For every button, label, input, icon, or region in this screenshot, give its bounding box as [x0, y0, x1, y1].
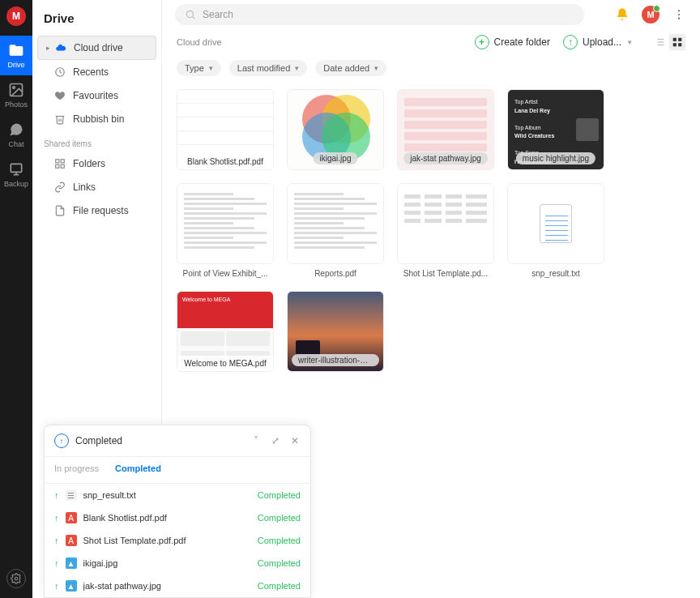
svg-rect-23	[678, 38, 681, 41]
svg-rect-7	[56, 160, 59, 163]
upload-button[interactable]: ↑ Upload... ▾	[563, 35, 632, 49]
upload-arrow-icon: ↑	[54, 513, 59, 523]
upload-arrow-icon: ↑	[54, 581, 59, 591]
rail-item-drive[interactable]: Drive	[0, 36, 32, 75]
svg-rect-25	[678, 43, 681, 46]
recents-icon	[53, 66, 66, 79]
sidebar-item-recents[interactable]: Recents	[37, 61, 156, 83]
transfer-status: Completed	[258, 581, 301, 591]
transfer-status: Completed	[258, 536, 301, 545]
sidebar-item-links[interactable]: Links	[37, 176, 156, 199]
mega-logo[interactable]: M	[6, 6, 26, 26]
file-card[interactable]: Blank Shotlist.pdf.pdf	[177, 89, 274, 170]
svg-rect-10	[61, 164, 64, 168]
file-card[interactable]: Welcome to MEGAWelcome to MEGA.pdf	[177, 291, 274, 372]
filetype-icon: A	[66, 535, 77, 546]
transfer-filename: ikigai.jpg	[83, 558, 251, 568]
transfer-tabs: In progress Completed	[45, 457, 310, 484]
transfer-row[interactable]: ↑▲ikigai.jpgCompleted	[45, 552, 310, 575]
chevron-down-icon: ▾	[209, 64, 213, 72]
file-grid: Blank Shotlist.pdf.pdfikigai.jpgjak-stat…	[162, 86, 700, 387]
svg-rect-22	[673, 38, 677, 41]
filter-chip-date-added[interactable]: Date added▾	[315, 60, 386, 76]
transfer-status: Completed	[258, 513, 301, 523]
search-placeholder: Search	[203, 9, 233, 20]
page-title: Drive	[32, 0, 161, 35]
transfer-panel-title: Completed	[75, 435, 122, 446]
create-folder-button[interactable]: + Create folder	[475, 35, 550, 49]
transfer-status: Completed	[258, 490, 301, 500]
svg-point-5	[15, 577, 18, 580]
user-avatar[interactable]: M	[642, 6, 659, 23]
file-name: Shot List Template.pd...	[397, 269, 494, 278]
close-button[interactable]: ✕	[289, 435, 301, 446]
file-name: Point of View Exhibit_...	[177, 269, 274, 278]
svg-rect-9	[56, 164, 59, 168]
chevron-down-icon: ▾	[628, 38, 632, 46]
file-thumbnail	[287, 183, 384, 264]
file-card[interactable]: ikigai.jpg	[287, 89, 384, 170]
upload-icon: ↑	[563, 35, 578, 49]
rail-item-chat[interactable]: Chat	[0, 115, 32, 155]
grid-view-button[interactable]	[669, 34, 685, 50]
popout-button[interactable]: ⤢	[270, 435, 281, 446]
transfer-row[interactable]: ↑▲jak-stat pathway.jpgCompleted	[45, 575, 310, 597]
transfer-row[interactable]: ↑AShot List Template.pdf.pdfCompleted	[45, 529, 310, 552]
file-card[interactable]: snp_result.txt	[507, 183, 604, 278]
upload-circle-icon: ↑	[54, 434, 69, 448]
file-name: ikigai.jpg	[314, 152, 358, 164]
transfer-row[interactable]: ↑☰snp_result.txtCompleted	[45, 484, 310, 506]
filetype-icon: ☰	[66, 489, 77, 501]
file-thumbnail: jak-stat pathway.jpg	[397, 89, 494, 170]
rail-item-photos[interactable]: Photos	[0, 75, 32, 115]
folders-icon	[53, 157, 66, 170]
search-input[interactable]: Search	[175, 4, 584, 25]
filter-chip-type[interactable]: Type▾	[177, 60, 221, 76]
filter-chip-last-modified[interactable]: Last modified▾	[229, 60, 307, 76]
notifications-bell-icon[interactable]	[614, 6, 630, 23]
rubbish-icon	[53, 113, 66, 126]
file-card[interactable]: Point of View Exhibit_...	[177, 183, 274, 278]
sidebar-item-cloud[interactable]: ▸Cloud drive	[37, 36, 156, 60]
file-thumbnail: Welcome to MEGAWelcome to MEGA.pdf	[177, 291, 274, 372]
transfer-panel: ↑ Completed ˅ ⤢ ✕ In progress Completed …	[44, 425, 311, 598]
filetype-icon: ▲	[66, 580, 77, 592]
sidebar-section-shared: Shared items	[32, 131, 161, 152]
svg-rect-2	[11, 164, 21, 172]
sidebar-item-filereq[interactable]: File requests	[37, 199, 156, 222]
cloud-icon	[54, 41, 67, 54]
topbar: Search M	[162, 0, 700, 29]
file-card[interactable]: writer-illustration-mid...	[287, 291, 384, 372]
file-thumbnail: Blank Shotlist.pdf.pdf	[177, 89, 274, 170]
breadcrumb[interactable]: Cloud drive	[177, 37, 222, 47]
tab-completed[interactable]: Completed	[115, 463, 161, 476]
file-thumbnail: ikigai.jpg	[287, 89, 384, 170]
svg-rect-8	[61, 160, 64, 163]
file-thumbnail	[397, 183, 494, 264]
chat-icon	[8, 122, 24, 138]
list-view-button[interactable]	[651, 34, 668, 50]
file-card[interactable]: Reports.pdf	[287, 183, 384, 278]
transfer-rows: ↑☰snp_result.txtCompleted↑ABlank Shotlis…	[45, 484, 310, 597]
svg-point-15	[678, 18, 680, 19]
svg-line-12	[193, 17, 195, 19]
svg-point-11	[186, 11, 193, 17]
transfer-filename: Blank Shotlist.pdf.pdf	[83, 513, 251, 523]
sidebar-item-favourites[interactable]: Favourites	[37, 84, 156, 107]
file-card[interactable]: Shot List Template.pd...	[397, 183, 494, 278]
sidebar-item-rubbish[interactable]: Rubbish bin	[37, 108, 156, 130]
rail-item-backup[interactable]: Backup	[0, 155, 32, 194]
minimize-button[interactable]: ˅	[250, 435, 262, 446]
svg-rect-24	[673, 43, 677, 46]
filereq-icon	[53, 204, 66, 217]
upload-arrow-icon: ↑	[54, 490, 59, 500]
drive-icon	[8, 42, 24, 58]
overflow-menu-icon[interactable]	[671, 6, 687, 23]
tab-in-progress[interactable]: In progress	[54, 463, 99, 476]
transfer-row[interactable]: ↑ABlank Shotlist.pdf.pdfCompleted	[45, 506, 310, 529]
filter-bar: Type▾Last modified▾Date added▾	[162, 55, 700, 86]
file-card[interactable]: Top ArtistLana Del ReyTop AlbumWild Crea…	[507, 89, 604, 170]
sidebar-item-folders[interactable]: Folders	[37, 152, 156, 175]
file-card[interactable]: jak-stat pathway.jpg	[397, 89, 494, 170]
settings-gear-icon[interactable]	[6, 569, 26, 588]
